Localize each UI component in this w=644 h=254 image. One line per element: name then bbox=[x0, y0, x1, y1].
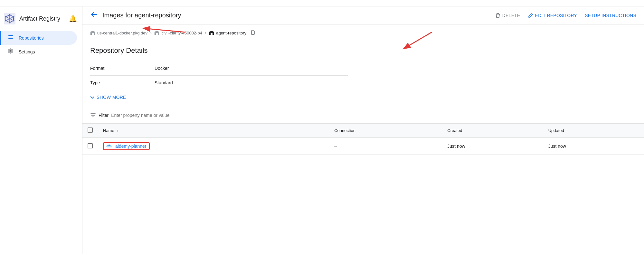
copy-icon[interactable] bbox=[250, 30, 255, 36]
repo-details-section: Repository Details Format Docker Type St… bbox=[82, 41, 644, 104]
svg-rect-10 bbox=[92, 33, 94, 35]
show-more-button[interactable]: SHOW MORE bbox=[90, 90, 636, 104]
artifact-registry-logo bbox=[4, 13, 15, 24]
sidebar-item-repositories[interactable]: Repositories bbox=[0, 31, 77, 45]
detail-table: Format Docker Type Standard bbox=[90, 61, 348, 90]
back-button[interactable] bbox=[90, 11, 97, 20]
row-checkbox[interactable] bbox=[88, 143, 93, 148]
connection-cell: – bbox=[329, 138, 442, 155]
svg-rect-11 bbox=[156, 33, 158, 35]
sidebar-nav: Repositories Settings bbox=[0, 30, 82, 60]
docker-icon bbox=[106, 144, 113, 148]
breadcrumb-registry[interactable]: us-central1-docker.pkg.dev bbox=[90, 31, 147, 35]
section-title: Repository Details bbox=[90, 46, 636, 55]
type-row: Type Standard bbox=[90, 76, 348, 90]
delete-button[interactable]: DELETE bbox=[495, 13, 520, 18]
setup-instructions-button[interactable]: SETUP INSTRUCTIONS bbox=[585, 13, 636, 18]
main-content-area: Images for agent-repository DELETE EDIT … bbox=[82, 6, 644, 254]
sidebar-header: Artifact Registry 🔔 bbox=[0, 9, 82, 30]
table-row: aidemy-planner – Just now bbox=[82, 138, 644, 155]
svg-rect-12 bbox=[211, 33, 213, 35]
svg-point-5 bbox=[5, 20, 7, 22]
breadcrumb-sep-2: › bbox=[205, 30, 206, 36]
svg-rect-13 bbox=[251, 31, 254, 34]
breadcrumb-repo[interactable]: agent-repository bbox=[209, 31, 246, 35]
breadcrumb-sep-1: › bbox=[150, 30, 152, 36]
header-actions: DELETE EDIT REPOSITORY SETUP INSTRUCTION… bbox=[495, 13, 636, 18]
created-column-header: Created bbox=[442, 124, 543, 138]
content-area: us-central1-docker.pkg.dev › civil-clari… bbox=[82, 24, 644, 254]
settings-label: Settings bbox=[19, 49, 35, 54]
format-value: Docker bbox=[155, 61, 348, 76]
filter-icon bbox=[90, 112, 96, 118]
repositories-label: Repositories bbox=[19, 35, 44, 41]
filter-input[interactable] bbox=[111, 113, 636, 118]
row-checkbox-cell bbox=[82, 138, 98, 155]
filter-label: Filter bbox=[99, 113, 109, 118]
main: Images for agent-repository DELETE EDIT … bbox=[82, 6, 644, 254]
updated-cell: Just now bbox=[543, 138, 644, 155]
svg-rect-9 bbox=[8, 38, 13, 39]
table-header: Name ↑ Connection Created Updated bbox=[82, 124, 644, 138]
breadcrumb: us-central1-docker.pkg.dev › civil-clari… bbox=[82, 24, 644, 41]
breadcrumb-project[interactable]: civil-clarity-450002-p4 bbox=[154, 31, 202, 35]
svg-point-1 bbox=[9, 14, 11, 16]
svg-point-2 bbox=[13, 16, 14, 18]
type-value: Standard bbox=[155, 76, 348, 90]
svg-point-6 bbox=[5, 16, 7, 18]
name-column-header[interactable]: Name ↑ bbox=[98, 124, 329, 138]
type-label: Type bbox=[90, 76, 155, 90]
images-table: Name ↑ Connection Created Updated bbox=[82, 124, 644, 155]
svg-rect-8 bbox=[8, 37, 13, 37]
svg-point-3 bbox=[13, 20, 14, 22]
image-name-cell: aidemy-planner bbox=[98, 138, 329, 155]
main-header: Images for agent-repository DELETE EDIT … bbox=[82, 6, 644, 24]
updated-column-header: Updated bbox=[543, 124, 644, 138]
table-body: aidemy-planner – Just now bbox=[82, 138, 644, 155]
sidebar: Artifact Registry 🔔 Repositories bbox=[0, 6, 82, 254]
edit-repository-button[interactable]: EDIT REPOSITORY bbox=[528, 13, 577, 18]
format-label: Format bbox=[90, 61, 155, 76]
sort-icon: ↑ bbox=[117, 128, 118, 133]
select-all-header bbox=[82, 124, 98, 138]
created-cell: Just now bbox=[442, 138, 543, 155]
image-link-highlighted: aidemy-planner bbox=[103, 142, 150, 150]
filter-bar: Filter bbox=[82, 107, 644, 124]
select-all-checkbox[interactable] bbox=[88, 127, 93, 133]
page-title: Images for agent-repository bbox=[102, 12, 490, 19]
svg-rect-7 bbox=[8, 35, 13, 36]
format-row: Format Docker bbox=[90, 61, 348, 76]
app-title: Artifact Registry bbox=[19, 15, 60, 22]
sidebar-item-settings[interactable]: Settings bbox=[0, 45, 77, 59]
image-link[interactable]: aidemy-planner bbox=[106, 144, 147, 149]
connection-column-header: Connection bbox=[329, 124, 442, 138]
repositories-icon bbox=[8, 34, 14, 42]
svg-point-4 bbox=[9, 22, 11, 24]
notification-bell-icon[interactable]: 🔔 bbox=[69, 15, 77, 23]
settings-icon bbox=[8, 48, 14, 55]
